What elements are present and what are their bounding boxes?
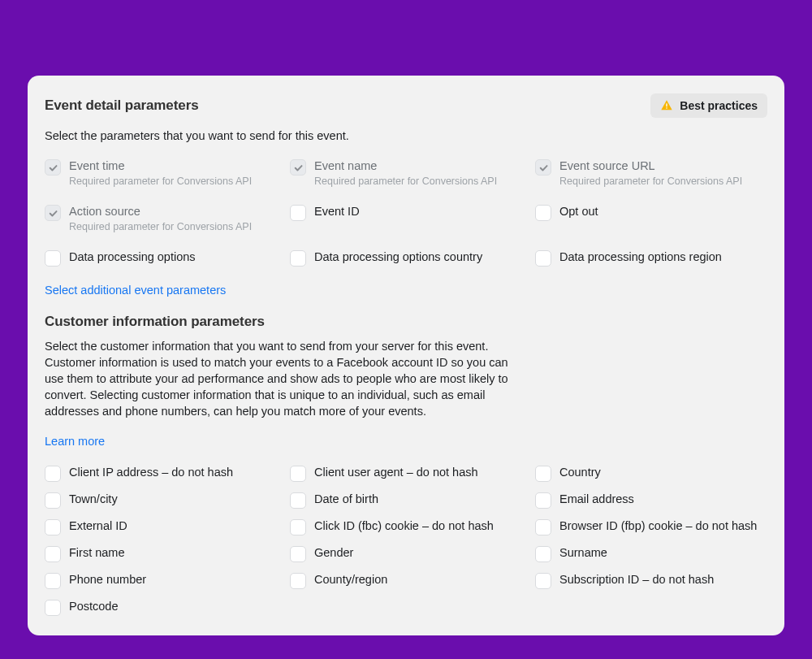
check-icon — [538, 163, 549, 173]
param-sub: Required parameter for Conversions API — [559, 175, 742, 188]
param-postcode: Postcode — [45, 599, 277, 616]
checkbox-county[interactable] — [290, 573, 306, 589]
event-params-title: Event detail parameters — [45, 98, 199, 114]
param-label: Client user agent – do not hash — [314, 465, 478, 480]
param-label: Client IP address – do not hash — [69, 465, 233, 480]
check-icon — [293, 163, 304, 173]
checkbox-opt-out[interactable] — [535, 205, 551, 221]
checkbox-event-time — [45, 159, 61, 176]
param-email: Email address — [535, 492, 767, 509]
checkbox-fbp[interactable] — [535, 519, 551, 535]
param-label: Email address — [559, 492, 634, 507]
customer-info-desc: Select the customer information that you… — [45, 338, 524, 419]
param-label: Country — [559, 465, 601, 480]
checkbox-fbc[interactable] — [290, 519, 306, 535]
param-label: Subscription ID – do not hash — [559, 572, 714, 587]
param-label: Event ID — [314, 204, 360, 219]
param-label: Event source URL — [559, 158, 742, 174]
ci-row-5: Phone number County/region Subscription … — [45, 572, 767, 589]
checkbox-event-id[interactable] — [290, 205, 306, 221]
svg-rect-1 — [667, 107, 667, 108]
ci-row-2: Town/city Date of birth Email address — [45, 492, 767, 509]
best-practices-button[interactable]: Best practices — [650, 93, 767, 118]
param-label: First name — [69, 545, 125, 561]
param-county: County/region — [290, 572, 522, 589]
param-sub: Required parameter for Conversions API — [314, 175, 497, 188]
param-label: External ID — [69, 518, 127, 534]
param-client-ua: Client user agent – do not hash — [290, 465, 522, 482]
checkbox-surname[interactable] — [535, 546, 551, 562]
additional-event-params-link[interactable]: Select additional event parameters — [45, 284, 226, 297]
param-gender: Gender — [290, 545, 522, 562]
param-country: Country — [535, 465, 767, 482]
param-label: Date of birth — [314, 492, 378, 507]
checkbox-town[interactable] — [45, 492, 61, 509]
customer-info-title: Customer information parameters — [45, 314, 767, 330]
param-phone: Phone number — [45, 572, 277, 589]
checkbox-phone[interactable] — [45, 573, 61, 589]
param-label: Postcode — [69, 599, 118, 614]
header-row: Event detail parameters Best practices — [45, 93, 767, 118]
param-label: Surname — [559, 545, 607, 561]
event-params-row-3: Data processing options Data processing … — [45, 249, 767, 267]
warning-icon — [660, 99, 673, 112]
param-label: Data processing options country — [314, 249, 482, 265]
check-icon — [48, 163, 58, 173]
ci-row-4: First name Gender Surname — [45, 545, 767, 562]
check-icon — [48, 208, 58, 219]
param-action-source: Action source Required parameter for Con… — [45, 204, 277, 233]
param-label: Opt out — [559, 204, 598, 219]
param-event-name: Event name Required parameter for Conver… — [290, 158, 522, 188]
event-params-row-1: Event time Required parameter for Conver… — [45, 158, 767, 188]
checkbox-country[interactable] — [535, 466, 551, 482]
settings-card: Event detail parameters Best practices S… — [28, 76, 784, 635]
param-label: Gender — [314, 545, 353, 561]
param-opt-out: Opt out — [535, 204, 767, 233]
param-surname: Surname — [535, 545, 767, 562]
param-label: County/region — [314, 572, 387, 587]
param-fbc: Click ID (fbc) cookie – do not hash — [290, 518, 522, 535]
learn-more-link[interactable]: Learn more — [45, 435, 105, 448]
param-dpo-country: Data processing options country — [290, 249, 522, 267]
param-label: Event name — [314, 158, 497, 174]
checkbox-postcode[interactable] — [45, 600, 61, 616]
ci-row-3: External ID Click ID (fbc) cookie – do n… — [45, 518, 767, 535]
param-external-id: External ID — [45, 518, 277, 535]
checkbox-dpo-country[interactable] — [290, 250, 306, 267]
checkbox-email[interactable] — [535, 492, 551, 509]
checkbox-action-source — [45, 205, 61, 221]
svg-rect-0 — [667, 103, 667, 106]
param-dpo: Data processing options — [45, 249, 277, 267]
param-dpo-region: Data processing options region — [535, 249, 767, 267]
param-label: Event time — [69, 158, 252, 174]
checkbox-dob[interactable] — [290, 492, 306, 509]
param-label: Data processing options region — [559, 249, 722, 265]
param-town: Town/city — [45, 492, 277, 509]
checkbox-external-id[interactable] — [45, 519, 61, 535]
best-practices-label: Best practices — [680, 99, 758, 112]
checkbox-client-ua[interactable] — [290, 466, 306, 482]
param-label: Action source — [69, 204, 252, 219]
event-params-row-2: Action source Required parameter for Con… — [45, 204, 767, 233]
checkbox-first-name[interactable] — [45, 546, 61, 562]
param-label: Click ID (fbc) cookie – do not hash — [314, 518, 494, 534]
param-label: Browser ID (fbp) cookie – do not hash — [559, 518, 757, 534]
param-event-time: Event time Required parameter for Conver… — [45, 158, 277, 188]
param-event-source-url: Event source URL Required parameter for … — [535, 158, 767, 188]
checkbox-event-name — [290, 159, 306, 176]
param-label: Phone number — [69, 572, 146, 587]
param-fbp: Browser ID (fbp) cookie – do not hash — [535, 518, 767, 535]
param-label: Town/city — [69, 492, 118, 507]
checkbox-dpo-region[interactable] — [535, 250, 551, 267]
param-client-ip: Client IP address – do not hash — [45, 465, 277, 482]
param-event-id: Event ID — [290, 204, 522, 233]
param-first-name: First name — [45, 545, 277, 562]
ci-row-6: Postcode — [45, 599, 767, 616]
checkbox-gender[interactable] — [290, 546, 306, 562]
checkbox-dpo[interactable] — [45, 250, 61, 267]
checkbox-client-ip[interactable] — [45, 466, 61, 482]
param-dob: Date of birth — [290, 492, 522, 509]
checkbox-sub-id[interactable] — [535, 573, 551, 589]
event-params-desc: Select the parameters that you want to s… — [45, 128, 767, 144]
ci-row-1: Client IP address – do not hash Client u… — [45, 465, 767, 482]
